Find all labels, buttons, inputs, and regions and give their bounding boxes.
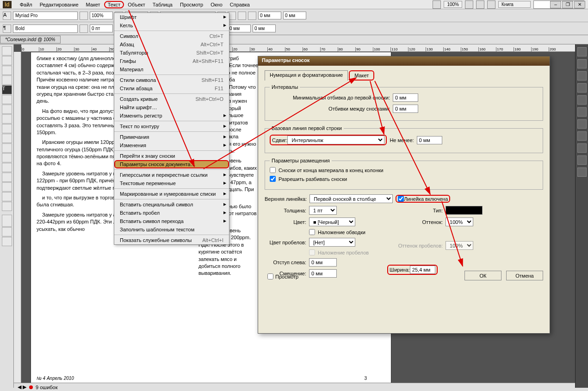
menu-item[interactable]: ГлифыAlt+Shift+F11 [114, 57, 229, 65]
menu-text[interactable]: Текст [104, 1, 124, 8]
para-icon[interactable]: ¶ [3, 25, 11, 33]
menu-item[interactable]: Текст по контуру [114, 122, 229, 130]
pages-panel-icon[interactable] [577, 47, 587, 56]
font-weight[interactable]: Bold [13, 25, 78, 33]
selection-tool[interactable] [2, 46, 12, 56]
window-close[interactable]: ✕ [574, 1, 585, 8]
input-width[interactable] [410, 266, 435, 274]
menu-edit[interactable]: Редактирование [36, 1, 82, 8]
menu-item[interactable]: Параметры сносок документа… [114, 160, 229, 168]
menu-item[interactable]: Вставить символ перехода [114, 217, 229, 225]
menu-item[interactable]: ТабуляторыShift+Ctrl+T [114, 49, 229, 57]
page-tool[interactable] [2, 66, 12, 75]
screen-mode[interactable] [2, 237, 12, 246]
transform-tool[interactable] [2, 153, 12, 162]
select-color[interactable]: ■ [Черный] [309, 217, 355, 226]
cancel-button[interactable]: Отмена [506, 271, 543, 280]
select-type[interactable] [446, 206, 483, 215]
input-offset2[interactable] [309, 269, 337, 278]
workspace-icon[interactable] [487, 0, 495, 9]
menu-item[interactable]: Стили символаShift+F11 [114, 76, 229, 84]
menu-view[interactable]: Просмотр [176, 1, 207, 8]
menu-item[interactable]: Изменить регистр [114, 112, 229, 120]
page-nav[interactable]: ◀ ▶ [18, 384, 26, 390]
indent-left[interactable]: 0 мм [258, 12, 281, 19]
select-rule-above[interactable]: Первой сноской в столбце [309, 194, 393, 203]
menu-item[interactable]: Вставить специальный символ [114, 200, 229, 209]
arrange-icon[interactable] [476, 0, 484, 9]
document-tab[interactable]: *Солемер.indd @ 100% [0, 36, 61, 43]
menu-item[interactable]: Гиперссылки и перекрестные ссылки [114, 171, 229, 179]
hscale[interactable]: 100% [90, 12, 113, 19]
fill-stroke[interactable] [2, 215, 12, 227]
tt-icon[interactable] [80, 12, 88, 20]
select-offset[interactable]: Интерлиньяж [287, 136, 384, 144]
pen-tool[interactable] [2, 105, 12, 114]
links-panel-icon[interactable] [577, 71, 587, 81]
menu-item[interactable]: Стили абзацаF11 [114, 84, 229, 93]
indent-right[interactable]: 0 мм [283, 12, 306, 19]
chk-end-column[interactable] [270, 167, 276, 173]
chk-split[interactable] [270, 176, 276, 182]
menu-item[interactable]: Кегль [114, 21, 229, 30]
menu-item[interactable]: Найти шрифт… [114, 103, 229, 112]
hand-tool[interactable] [2, 192, 12, 201]
input-atleast[interactable] [417, 136, 442, 144]
apply-color[interactable] [2, 227, 12, 236]
type-tool[interactable]: T [2, 85, 12, 94]
direct-select-tool[interactable] [2, 56, 12, 65]
menu-window[interactable]: Окно [207, 1, 226, 8]
menu-item[interactable]: АбзацAlt+Ctrl+T [114, 40, 229, 49]
char-styles-icon[interactable] [577, 131, 587, 141]
menu-object[interactable]: Объект [124, 1, 149, 8]
chk-overprint[interactable] [309, 229, 315, 235]
select-weight[interactable]: 1 пт [309, 206, 337, 215]
menu-table[interactable]: Таблица [149, 1, 176, 8]
space-before[interactable]: 0 мм [228, 25, 251, 32]
menu-item[interactable]: СимволCtrl+T [114, 32, 229, 40]
gap-tool[interactable] [2, 75, 12, 85]
menu-item[interactable]: Материал [114, 65, 229, 74]
swatches-panel-icon[interactable] [577, 107, 587, 117]
char-icon[interactable]: A [3, 12, 11, 20]
chk-rule-on[interactable] [398, 196, 404, 202]
leading[interactable]: 0 пт [90, 25, 113, 32]
rect-frame-tool[interactable] [2, 124, 12, 133]
screen-mode-icon[interactable] [465, 0, 473, 9]
scissors-tool[interactable] [2, 143, 12, 153]
eyedropper-tool[interactable] [2, 182, 12, 192]
layers-panel-icon[interactable] [577, 59, 587, 68]
menu-item[interactable]: Маркированные и нумерованные списки [114, 190, 229, 198]
menu-item[interactable]: Примечания [114, 133, 229, 141]
zoom-tool[interactable] [2, 202, 12, 211]
effects-icon[interactable] [577, 168, 587, 177]
menu-item[interactable]: Шрифт [114, 13, 229, 21]
space-after[interactable]: 0 мм [253, 25, 276, 32]
input-between[interactable] [393, 105, 418, 113]
tab-layout[interactable]: Макет [349, 70, 374, 81]
glyphs-icon[interactable] [577, 143, 587, 153]
note-tool[interactable] [2, 173, 12, 182]
bridge-icon[interactable] [433, 0, 441, 9]
error-count[interactable]: 9 ошибок [36, 385, 58, 390]
align-right-icon[interactable] [238, 12, 246, 20]
rect-tool[interactable] [2, 134, 12, 143]
select-tint[interactable]: 100% [446, 217, 473, 226]
menu-item[interactable]: Показать служебные символыAlt+Ctrl+I [114, 236, 229, 244]
chk-preview[interactable] [267, 273, 273, 279]
color-panel-icon[interactable] [577, 95, 587, 105]
zoom-level[interactable]: 100% [444, 1, 462, 8]
leading-icon[interactable] [80, 25, 88, 33]
ok-button[interactable]: ОК [464, 271, 501, 280]
menu-item[interactable]: Текстовые переменные [114, 179, 229, 187]
input-min-before[interactable] [393, 93, 418, 102]
line-tool[interactable] [2, 95, 12, 104]
pencil-tool[interactable] [2, 114, 12, 124]
stroke-panel-icon[interactable] [577, 83, 587, 93]
workspace-select[interactable]: Книга [498, 1, 531, 8]
font-family[interactable]: Myriad Pro [13, 12, 78, 20]
input-left-indent[interactable] [309, 258, 337, 267]
justify-icon[interactable] [248, 12, 256, 20]
menu-file[interactable]: Файл [16, 1, 36, 8]
window-minimize[interactable]: – [550, 1, 561, 8]
